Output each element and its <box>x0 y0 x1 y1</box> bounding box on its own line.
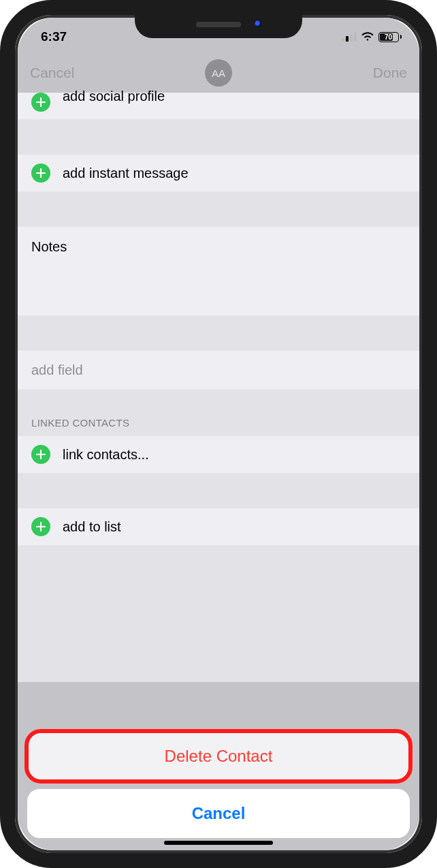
gap <box>18 192 419 226</box>
plus-icon <box>31 445 50 464</box>
status-time: 6:37 <box>41 29 67 44</box>
sheet-cancel-button[interactable]: Cancel <box>27 789 410 838</box>
notes-label: Notes <box>31 239 67 254</box>
row-add-social-profile[interactable]: add social profile <box>18 93 419 120</box>
row-label: add field <box>31 362 83 378</box>
volume-down-button <box>0 221 3 268</box>
row-link-contacts[interactable]: link contacts... <box>18 435 419 474</box>
gap <box>18 316 419 350</box>
row-add-field[interactable]: add field <box>18 350 419 390</box>
section-header-linked-contacts: LINKED CONTACTS <box>18 390 419 435</box>
plus-icon <box>31 93 50 112</box>
notes-field[interactable]: Notes <box>18 226 419 316</box>
home-indicator[interactable] <box>164 841 273 845</box>
row-label: link contacts... <box>63 447 149 463</box>
row-label: add instant message <box>63 166 189 181</box>
content[interactable]: add social profile add instant message N… <box>18 93 419 682</box>
delete-contact-label: Delete Contact <box>165 747 273 766</box>
delete-contact-button[interactable]: Delete Contact <box>27 732 410 781</box>
status-right: 70 <box>342 29 402 44</box>
row-add-to-list[interactable]: add to list <box>18 508 419 546</box>
done-button[interactable]: Done <box>373 65 407 81</box>
cancel-button[interactable]: Cancel <box>30 65 74 81</box>
cellular-signal-icon <box>342 32 357 42</box>
gap <box>18 546 419 682</box>
plus-icon <box>31 164 50 183</box>
power-button <box>434 177 437 252</box>
silence-switch <box>0 117 3 143</box>
volume-up-button <box>0 162 3 210</box>
row-add-instant-message[interactable]: add instant message <box>18 154 419 192</box>
speaker-grill <box>196 22 241 27</box>
action-sheet: Delete Contact Cancel <box>27 732 410 838</box>
nav-header: Cancel AA Done <box>18 53 419 93</box>
row-label: add to list <box>63 519 121 535</box>
plus-icon <box>31 517 50 536</box>
notch <box>135 11 302 38</box>
gap <box>18 474 419 508</box>
front-camera <box>255 20 261 27</box>
contact-avatar[interactable]: AA <box>205 59 232 87</box>
sheet-cancel-label: Cancel <box>192 804 246 823</box>
screen: 6:37 70 Cancel AA Done add social profil… <box>18 18 419 850</box>
gap <box>18 120 419 154</box>
battery-icon: 70 <box>378 32 402 42</box>
wifi-icon <box>361 29 374 44</box>
